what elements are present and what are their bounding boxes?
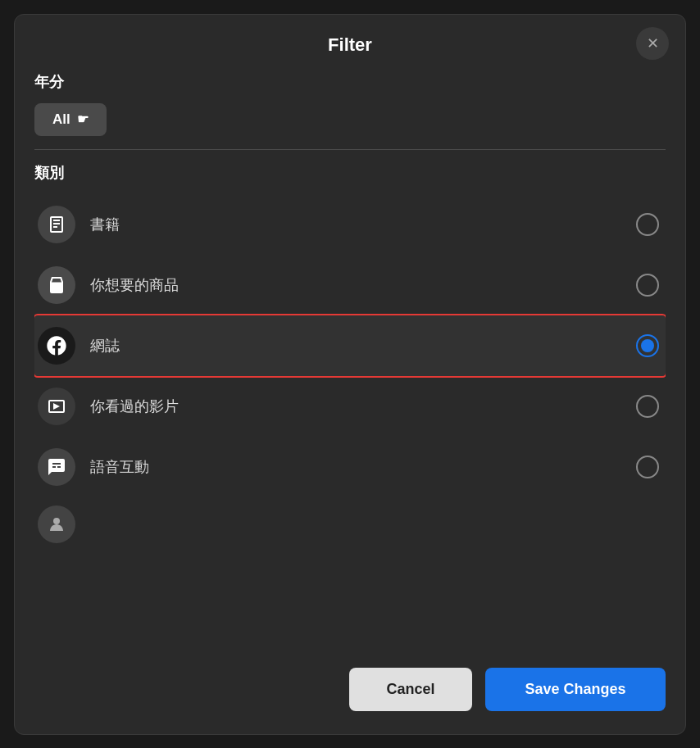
- category-icon-video: [38, 388, 75, 425]
- category-icon-shopping: [38, 266, 75, 304]
- save-button[interactable]: Save Changes: [485, 668, 666, 711]
- close-icon: ✕: [647, 34, 659, 52]
- category-scroll-area[interactable]: 書籍 你想要的商品: [34, 194, 666, 555]
- category-icon-facebook: [38, 327, 75, 365]
- category-name-shopping: 你想要的商品: [90, 275, 636, 295]
- category-name-books: 書籍: [90, 215, 636, 234]
- dialog-header: Filter ✕: [15, 15, 685, 72]
- category-label: 類別: [34, 163, 666, 183]
- year-all-label: All: [52, 111, 70, 128]
- category-name-chat: 語音互動: [90, 457, 636, 477]
- filter-dialog: Filter ✕ 年分 All ☛ 類別: [14, 14, 686, 735]
- year-section: 年分 All ☛: [34, 72, 666, 136]
- radio-books[interactable]: [636, 213, 659, 236]
- category-icon-partial: [38, 505, 75, 543]
- radio-shopping[interactable]: [636, 274, 659, 297]
- year-label: 年分: [34, 72, 666, 92]
- cancel-button[interactable]: Cancel: [349, 668, 472, 711]
- dialog-title: Filter: [328, 34, 372, 56]
- category-icon-chat: [38, 448, 75, 486]
- svg-point-0: [53, 518, 60, 524]
- dialog-footer: Cancel Save Changes: [15, 651, 685, 734]
- radio-facebook[interactable]: [636, 334, 659, 357]
- category-item-partial: [34, 497, 666, 555]
- category-section: 類別 書籍: [34, 163, 666, 555]
- category-item-facebook[interactable]: 網誌: [34, 315, 666, 376]
- category-item-video[interactable]: 你看過的影片: [34, 376, 666, 437]
- radio-video[interactable]: [636, 395, 659, 418]
- category-item-shopping[interactable]: 你想要的商品: [34, 255, 666, 315]
- year-all-button[interactable]: All ☛: [34, 103, 107, 136]
- dialog-body: 年分 All ☛ 類別 書籍: [15, 72, 685, 651]
- hand-icon: ☛: [77, 111, 89, 127]
- section-divider: [34, 149, 666, 150]
- close-button[interactable]: ✕: [636, 27, 669, 60]
- category-item-chat[interactable]: 語音互動: [34, 437, 666, 497]
- category-item-books[interactable]: 書籍: [34, 194, 666, 255]
- category-icon-books: [38, 206, 75, 243]
- radio-chat[interactable]: [636, 456, 659, 478]
- category-name-video: 你看過的影片: [90, 397, 636, 416]
- category-name-facebook: 網誌: [90, 336, 636, 356]
